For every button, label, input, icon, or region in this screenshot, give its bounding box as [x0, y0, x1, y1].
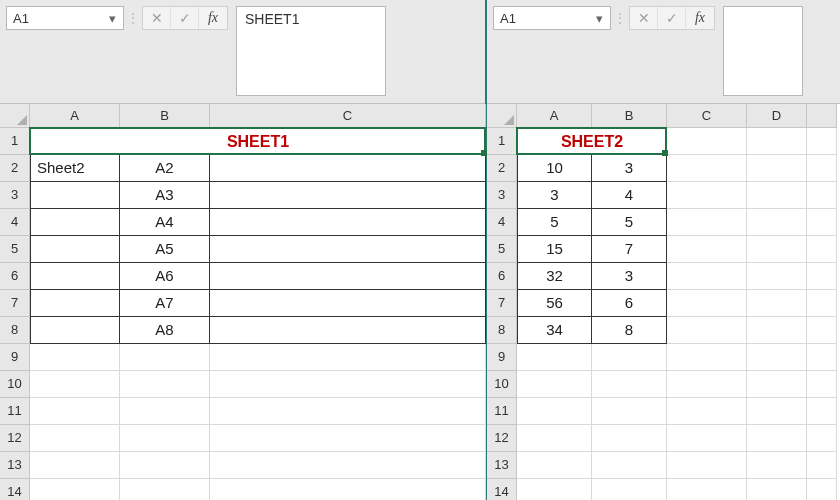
- cell[interactable]: 32: [517, 263, 592, 290]
- enter-icon[interactable]: ✓: [171, 7, 199, 29]
- cell[interactable]: [747, 425, 807, 452]
- cell[interactable]: [807, 452, 837, 479]
- cell[interactable]: [807, 128, 837, 155]
- row-header[interactable]: 8: [487, 317, 517, 344]
- cell[interactable]: [667, 317, 747, 344]
- row-header[interactable]: 7: [487, 290, 517, 317]
- cell[interactable]: [592, 371, 667, 398]
- cell[interactable]: Sheet2: [30, 155, 120, 182]
- cell[interactable]: A5: [120, 236, 210, 263]
- cell[interactable]: [30, 263, 120, 290]
- cell[interactable]: [667, 398, 747, 425]
- row-header[interactable]: 12: [0, 425, 30, 452]
- cell[interactable]: A2: [120, 155, 210, 182]
- row-header[interactable]: 2: [487, 155, 517, 182]
- cell[interactable]: 3: [592, 263, 667, 290]
- cell[interactable]: [807, 290, 837, 317]
- cell[interactable]: [807, 398, 837, 425]
- cell[interactable]: [592, 344, 667, 371]
- cell[interactable]: [807, 209, 837, 236]
- cell[interactable]: [667, 290, 747, 317]
- column-header[interactable]: D: [747, 104, 807, 128]
- cell[interactable]: [120, 371, 210, 398]
- cell[interactable]: [210, 479, 486, 500]
- column-header[interactable]: A: [517, 104, 592, 128]
- cell[interactable]: [120, 398, 210, 425]
- cell[interactable]: [667, 182, 747, 209]
- row-header[interactable]: 9: [487, 344, 517, 371]
- select-all-corner[interactable]: [0, 104, 30, 128]
- cell[interactable]: [120, 344, 210, 371]
- cell[interactable]: [210, 263, 486, 290]
- column-header[interactable]: B: [120, 104, 210, 128]
- cell[interactable]: [210, 182, 486, 209]
- row-header[interactable]: 13: [487, 452, 517, 479]
- cell[interactable]: [747, 182, 807, 209]
- cell[interactable]: [210, 371, 486, 398]
- row-header[interactable]: 3: [0, 182, 30, 209]
- cell[interactable]: [30, 182, 120, 209]
- cell[interactable]: [120, 479, 210, 500]
- cell[interactable]: [120, 452, 210, 479]
- cell[interactable]: [747, 290, 807, 317]
- row-header[interactable]: 14: [0, 479, 30, 500]
- row-header[interactable]: 6: [0, 263, 30, 290]
- cell[interactable]: [667, 236, 747, 263]
- cell[interactable]: [667, 371, 747, 398]
- cell[interactable]: [807, 317, 837, 344]
- cancel-icon[interactable]: ✕: [143, 7, 171, 29]
- cell[interactable]: [747, 344, 807, 371]
- cell[interactable]: 56: [517, 290, 592, 317]
- column-header[interactable]: C: [667, 104, 747, 128]
- cell[interactable]: [30, 317, 120, 344]
- column-header[interactable]: C: [210, 104, 486, 128]
- cell[interactable]: [667, 452, 747, 479]
- cell[interactable]: [30, 398, 120, 425]
- cell[interactable]: [747, 236, 807, 263]
- enter-icon[interactable]: ✓: [658, 7, 686, 29]
- cell[interactable]: [747, 263, 807, 290]
- cell[interactable]: 8: [592, 317, 667, 344]
- cell[interactable]: [30, 371, 120, 398]
- cell[interactable]: [517, 344, 592, 371]
- cell[interactable]: A6: [120, 263, 210, 290]
- cell[interactable]: 5: [592, 209, 667, 236]
- cell[interactable]: [30, 452, 120, 479]
- cell[interactable]: [517, 479, 592, 500]
- cell[interactable]: [517, 398, 592, 425]
- row-header[interactable]: 1: [0, 128, 30, 155]
- name-box[interactable]: A1 ▾: [6, 6, 124, 30]
- cell-title[interactable]: SHEET2: [517, 128, 667, 155]
- cell[interactable]: [807, 182, 837, 209]
- row-header[interactable]: 10: [0, 371, 30, 398]
- cell[interactable]: 15: [517, 236, 592, 263]
- cell[interactable]: [210, 425, 486, 452]
- cell[interactable]: A4: [120, 209, 210, 236]
- cell[interactable]: [807, 371, 837, 398]
- cell[interactable]: [592, 398, 667, 425]
- cell[interactable]: A7: [120, 290, 210, 317]
- cell[interactable]: [747, 209, 807, 236]
- cell[interactable]: 34: [517, 317, 592, 344]
- row-header[interactable]: 7: [0, 290, 30, 317]
- cell[interactable]: [120, 425, 210, 452]
- cell[interactable]: [667, 209, 747, 236]
- cell[interactable]: [30, 425, 120, 452]
- row-header[interactable]: 11: [0, 398, 30, 425]
- row-header[interactable]: 11: [487, 398, 517, 425]
- formula-input[interactable]: [723, 6, 803, 96]
- cell[interactable]: [747, 317, 807, 344]
- row-header[interactable]: 14: [487, 479, 517, 500]
- cell[interactable]: [210, 317, 486, 344]
- cell[interactable]: 10: [517, 155, 592, 182]
- cell[interactable]: [592, 479, 667, 500]
- select-all-corner[interactable]: [487, 104, 517, 128]
- formula-input[interactable]: SHEET1: [236, 6, 386, 96]
- cell[interactable]: [592, 452, 667, 479]
- cell[interactable]: [210, 290, 486, 317]
- column-header[interactable]: [807, 104, 837, 128]
- cell-area[interactable]: SHEET2 10 3 3 4: [517, 128, 837, 500]
- cell[interactable]: [747, 398, 807, 425]
- cell[interactable]: [210, 344, 486, 371]
- cell[interactable]: [747, 479, 807, 500]
